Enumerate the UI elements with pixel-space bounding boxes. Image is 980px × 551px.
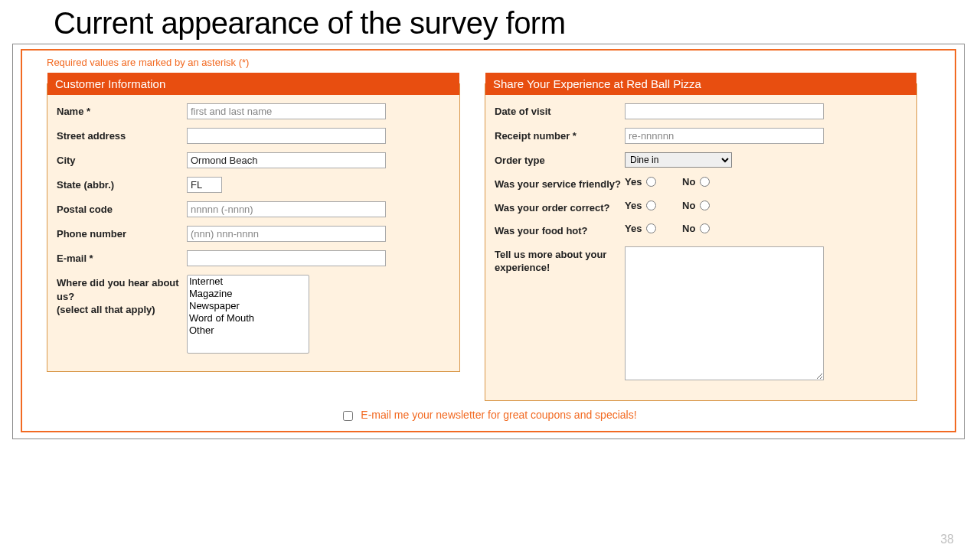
- list-item[interactable]: Magazine: [188, 288, 309, 300]
- tell-more-label: Tell us more about your experience!: [495, 246, 625, 275]
- postal-input[interactable]: [187, 201, 386, 217]
- email-label: E-mail *: [57, 250, 187, 266]
- phone-label: Phone number: [57, 226, 187, 241]
- experience-legend: Share Your Experience at Red Ball Pizza: [485, 73, 916, 95]
- page-number: 38: [940, 533, 954, 546]
- experience-fieldset: Share Your Experience at Red Ball Pizza …: [485, 73, 917, 401]
- postal-label: Postal code: [57, 201, 187, 217]
- no-label: No: [682, 223, 695, 234]
- order-type-label: Order type: [495, 152, 625, 168]
- order-type-select[interactable]: Dine in: [625, 152, 732, 168]
- order-correct-label: Was your order correct?: [495, 200, 625, 215]
- slide-border: Required values are marked by an asteris…: [12, 44, 965, 439]
- date-input[interactable]: [625, 103, 824, 119]
- street-label: Street address: [57, 128, 187, 143]
- food-hot-yes-radio[interactable]: [646, 223, 656, 233]
- customer-info-legend: Customer Information: [47, 73, 459, 95]
- no-label: No: [682, 200, 695, 211]
- required-note: Required values are marked by an asteris…: [47, 57, 930, 68]
- list-item[interactable]: Other: [188, 324, 309, 337]
- email-input[interactable]: [187, 250, 386, 266]
- date-label: Date of visit: [495, 103, 625, 119]
- phone-input[interactable]: [187, 226, 386, 242]
- newsletter-checkbox[interactable]: [343, 411, 353, 421]
- order-correct-yes-radio[interactable]: [646, 201, 656, 210]
- food-hot-label: Was your food hot?: [495, 223, 625, 238]
- name-input[interactable]: [187, 103, 386, 119]
- order-correct-no-radio[interactable]: [700, 201, 710, 210]
- newsletter-label: E-mail me your newsletter for great coup…: [361, 409, 636, 421]
- list-item[interactable]: Word of Mouth: [188, 312, 309, 324]
- receipt-label: Receipt number *: [495, 128, 625, 143]
- list-item[interactable]: Internet: [188, 276, 309, 288]
- yes-label: Yes: [625, 223, 642, 234]
- food-hot-no-radio[interactable]: [700, 223, 710, 233]
- service-friendly-yes-radio[interactable]: [646, 177, 656, 187]
- service-friendly-label: Was your service friendly?: [495, 176, 625, 191]
- state-label: State (abbr.): [57, 177, 187, 192]
- name-label: Name *: [57, 103, 187, 119]
- tell-more-textarea[interactable]: [625, 246, 824, 380]
- list-item[interactable]: Newspaper: [188, 300, 309, 312]
- street-input[interactable]: [187, 128, 386, 144]
- city-input[interactable]: [187, 152, 386, 168]
- customer-info-fieldset: Customer Information Name * Street addre…: [47, 73, 460, 372]
- newsletter-row: E-mail me your newsletter for great coup…: [47, 409, 930, 423]
- form-border: Required values are marked by an asteris…: [21, 49, 956, 432]
- hear-about-select[interactable]: Internet Magazine Newspaper Word of Mout…: [187, 275, 309, 354]
- yes-label: Yes: [625, 200, 642, 211]
- slide-title: Current appearance of the survey form: [0, 0, 980, 44]
- no-label: No: [682, 176, 695, 187]
- receipt-input[interactable]: [625, 128, 824, 144]
- state-input[interactable]: [187, 177, 222, 193]
- service-friendly-no-radio[interactable]: [700, 177, 710, 187]
- hear-about-label: Where did you hear about us? (select all…: [57, 275, 187, 317]
- city-label: City: [57, 152, 187, 168]
- yes-label: Yes: [625, 176, 642, 187]
